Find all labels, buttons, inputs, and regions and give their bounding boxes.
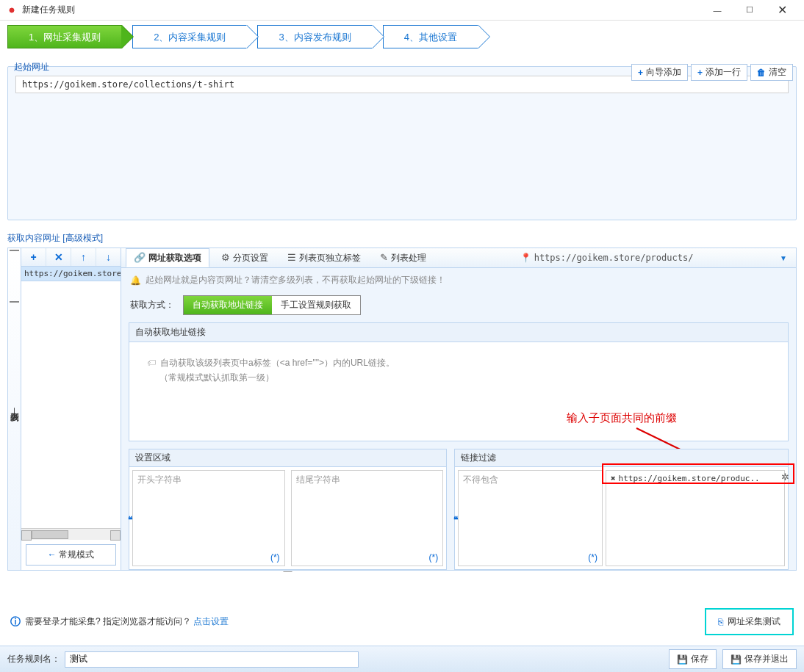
tab-publish-rule[interactable]: 3、内容发布规则 (257, 25, 372, 48)
footer-info-row: ⓘ 需要登录才能采集? 指定浏览器才能访问？ 点击设置 ⎘ 网址采集测试 (0, 604, 804, 640)
mode-row: 获取方式： 自动获取地址链接 手工设置规则获取 (121, 292, 796, 322)
pencil-icon: ✎ (380, 248, 388, 267)
clear-button[interactable]: 🗑清空 (750, 64, 793, 81)
url-collect-test-button[interactable]: ⎘ 网址采集测试 (705, 608, 794, 635)
maximize-button[interactable]: ☐ (733, 0, 766, 21)
app-icon (6, 4, 18, 16)
save-exit-icon: 💾 (731, 654, 742, 665)
tab-list-tags[interactable]: ☰列表页独立标签 (280, 248, 368, 267)
mode-button-group: 自动获取地址链接 手工设置规则获取 (183, 295, 361, 315)
mode-label: 获取方式： (130, 299, 174, 311)
level-list-panel: + ✕ ↑ ↓ https://goikem.store/ 常规模式 (21, 248, 121, 570)
save-button[interactable]: 💾保存 (669, 649, 717, 669)
minimize-button[interactable]: — (701, 0, 733, 21)
start-url-toolbar: +向导添加 +添加一行 🗑清空 (631, 64, 793, 81)
delete-level-button[interactable]: ✕ (46, 248, 71, 266)
dropdown-caret[interactable]: ▼ (775, 254, 792, 262)
h-scrollbar[interactable] (21, 528, 121, 540)
save-exit-button[interactable]: 💾保存并退出 (722, 649, 797, 669)
plus-icon: + (638, 68, 643, 78)
start-url-label: 起始网址 (14, 61, 49, 73)
highlight-box (602, 463, 794, 484)
auto-link-body: 🏷自动获取该级列表页中a标签（<a href="">）内的URL链接。 （常规模… (129, 342, 788, 441)
get-url-label: 获取内容网址 [高级模式] (7, 232, 804, 245)
normal-mode-button[interactable]: 常规模式 (26, 544, 116, 566)
move-down-button[interactable]: ↓ (96, 248, 121, 266)
annotation-text: 输入子页面共同的前缀 (567, 408, 677, 427)
wildcard-button[interactable]: (*) (270, 552, 280, 563)
sub-tabs: 🔗网址获取选项 ⚙分页设置 ☰列表页独立标签 ✎列表处理 📍https://go… (121, 248, 796, 268)
level-list-toolbar: + ✕ ↑ ↓ (21, 248, 121, 267)
manual-mode-button[interactable]: 手工设置规则获取 (272, 296, 360, 314)
export-icon: ⎘ (718, 617, 723, 627)
main-area: 多级列表 — + ✕ ↑ ↓ https://goikem.store/ 常规模… (7, 248, 797, 571)
auto-link-header: 自动获取地址链接 (129, 323, 788, 342)
tag-icon: 🏷 (147, 358, 156, 368)
save-icon: 💾 (677, 654, 688, 665)
url-path-display[interactable]: 📍https://goikem.store/products/ (516, 253, 698, 263)
bell-icon: 🔔 (130, 275, 141, 286)
rule-name-input[interactable] (65, 651, 359, 668)
not-contain-box[interactable]: 不得包含 (*) (458, 470, 603, 566)
click-settings-link[interactable]: 点击设置 (193, 615, 229, 628)
gear-icon: ⚙ (221, 248, 230, 267)
move-up-button[interactable]: ↑ (71, 248, 96, 266)
right-pane: 🔗网址获取选项 ⚙分页设置 ☰列表页独立标签 ✎列表处理 📍https://go… (121, 248, 796, 570)
tab-paging[interactable]: ⚙分页设置 (214, 248, 276, 267)
guide-add-button[interactable]: +向导添加 (631, 64, 688, 81)
trash-icon: 🗑 (757, 68, 766, 78)
titlebar: 新建任务规则 — ☐ ✕ (0, 0, 804, 21)
tab-content-rule[interactable]: 2、内容采集规则 (132, 25, 247, 48)
close-button[interactable]: ✕ (766, 0, 798, 21)
wizard-tabs: 1、网址采集规则 2、内容采集规则 3、内容发布规则 4、其他设置 (0, 21, 804, 53)
tab-url-rule[interactable]: 1、网址采集规则 (7, 25, 122, 48)
filter-settings-icon[interactable]: ✲ (781, 472, 789, 483)
add-level-button[interactable]: + (21, 248, 46, 266)
info-icon: ⓘ (10, 615, 21, 629)
wildcard-button[interactable]: (*) (429, 552, 439, 563)
footer-bar: 任务规则名： 💾保存 💾保存并退出 (0, 646, 804, 672)
plus-icon: + (697, 68, 703, 78)
start-url-section: 起始网址 +向导添加 +添加一行 🗑清空 https://goikem.stor… (7, 66, 797, 220)
auto-mode-button[interactable]: 自动获取地址链接 (184, 296, 272, 314)
setting-area-header: 设置区域 (129, 449, 446, 467)
filter-url-box[interactable]: ✖ https://goikem.store/produc.. (606, 470, 785, 566)
start-string-box[interactable]: 开头字符串 (*) (132, 470, 285, 566)
pin-icon: 📍 (520, 253, 531, 263)
level-item[interactable]: https://goikem.store/ (21, 267, 121, 281)
link-icon: 🔗 (134, 248, 146, 267)
multilevel-list-label[interactable]: 多级列表 — (8, 248, 21, 570)
end-string-box[interactable]: 结尾字符串 (*) (291, 470, 444, 566)
tab-url-options[interactable]: 🔗网址获取选项 (126, 248, 209, 267)
auto-link-group: 自动获取地址链接 🏷自动获取该级列表页中a标签（<a href="">）内的UR… (129, 322, 789, 441)
wildcard-button[interactable]: (*) (588, 552, 597, 563)
rule-name-label: 任务规则名： (7, 653, 60, 665)
setting-area-group: 设置区域 ❝ 开头字符串 (*) — 结尾字符串 (*) (129, 449, 447, 570)
list-icon: ☰ (287, 248, 296, 267)
tab-other-settings[interactable]: 4、其他设置 (383, 25, 478, 48)
link-filter-group: 链接过滤 ❝ 不得包含 (*) ✖ https://goikem.store/p… (454, 449, 789, 570)
window-title: 新建任务规则 (22, 4, 701, 16)
tab-list-process[interactable]: ✎列表处理 (373, 248, 434, 267)
bottom-groups: 设置区域 ❝ 开头字符串 (*) — 结尾字符串 (*) 链接过滤 (129, 449, 789, 570)
hint-row: 🔔 起始网址就是内容页网址？请清空多级列表，不再获取起始网址的下级链接！ (121, 268, 796, 292)
add-row-button[interactable]: +添加一行 (691, 64, 747, 81)
